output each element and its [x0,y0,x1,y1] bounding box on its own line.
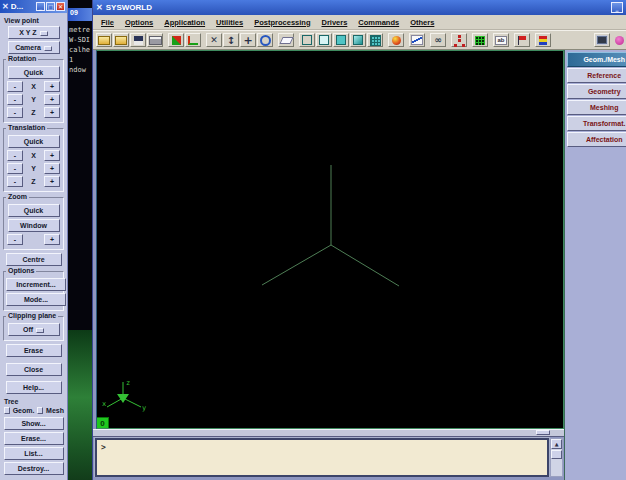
geom-checkbox[interactable] [4,407,10,414]
mesh-checkbox[interactable] [37,407,43,414]
axis-label: X [31,152,36,159]
scrollbar-thumb[interactable] [551,450,562,459]
rotate-y-plus-button[interactable]: + [44,94,60,105]
menu-application[interactable]: Application [164,18,205,27]
menu-utilities[interactable]: Utilities [216,18,243,27]
axes-tree-icon[interactable] [168,33,184,47]
tree-show-button[interactable]: Show... [4,417,64,430]
eraser-icon[interactable] [278,33,294,47]
rotation-y-row: - Y + [7,94,60,105]
zoom-out-button[interactable]: - [7,234,23,245]
pan-vertical-icon[interactable] [223,33,239,47]
mode-button[interactable]: Mode... [6,293,66,306]
translation-group: Translation Quick - X + - Y + - Z + [3,128,64,192]
local-frame-icon[interactable] [185,33,201,47]
translate-y-plus-button[interactable]: + [44,163,60,174]
menu-options[interactable]: Options [125,18,153,27]
tree-list-button[interactable]: List... [4,447,64,460]
zoom-lens-icon[interactable] [257,33,273,47]
command-row: > ▲ [93,437,564,477]
menu-indicator-icon [40,31,48,36]
translation-quick-button[interactable]: Quick [8,135,60,148]
xyz-menu-button[interactable]: X Y Z [8,26,60,39]
panel-tab-affectation[interactable]: Affectation [567,132,626,147]
rotation-quick-button[interactable]: Quick [8,66,60,79]
translate-x-plus-button[interactable]: + [44,150,60,161]
zoom-window-button[interactable]: Window [8,219,60,232]
text-label-icon[interactable] [493,33,509,47]
curve-chart-icon[interactable] [409,33,425,47]
close-window-button[interactable]: ✕ [56,2,65,11]
menu-others[interactable]: Others [410,18,434,27]
maximize-button[interactable]: □ [46,2,55,11]
panel-tab-geom-mesh[interactable]: Geom./Mesh [567,52,626,67]
tree-destroy-button[interactable]: Destroy... [4,462,64,475]
save-icon[interactable] [130,33,146,47]
palette-icon[interactable] [611,33,626,47]
pan-center-icon[interactable] [240,33,256,47]
graphics-viewport[interactable]: z x y 0 [96,50,564,429]
axis-label: Y [31,165,36,172]
scroll-up-icon[interactable]: ▲ [551,439,562,449]
help-button[interactable]: Help... [6,381,62,394]
rotate-z-plus-button[interactable]: + [44,107,60,118]
rotate-y-minus-button[interactable]: - [7,94,23,105]
hierarchy-icon[interactable] [451,33,467,47]
minimize-button[interactable]: _ [611,2,623,13]
erase-button[interactable]: Erase [6,344,62,357]
centre-button[interactable]: Centre [6,253,62,266]
zoom-quick-button[interactable]: Quick [8,204,60,217]
translate-x-minus-button[interactable]: - [7,150,23,161]
options-group: Options Increment... Mode... [3,271,64,311]
cube-wireframe-icon[interactable] [299,33,315,47]
command-scrollbar[interactable]: ▲ [550,438,563,477]
command-input[interactable]: > [95,438,549,477]
geom-checkbox-label: Geom. [13,407,35,414]
open-folder-icon[interactable] [113,33,129,47]
translate-z-minus-button[interactable]: - [7,176,23,187]
color-scale-icon[interactable] [535,33,551,47]
menu-postprocessing[interactable]: Postprocessing [254,18,310,27]
menu-file[interactable]: File [101,18,114,27]
translation-z-row: - Z + [7,176,60,187]
panel-tab-geometry[interactable]: Geometry [567,84,626,99]
display-icon[interactable] [594,33,610,47]
close-button[interactable]: Close [6,363,62,376]
cube-hidden-line-icon[interactable] [316,33,332,47]
zoom-fit-icon[interactable] [206,33,222,47]
dialog-titlebar[interactable]: ✕ D... _ □ ✕ [0,0,67,13]
cube-flat-icon[interactable] [333,33,349,47]
mesh-grid-icon[interactable] [472,33,488,47]
render-sphere-icon[interactable] [388,33,404,47]
panel-tab-reference[interactable]: Reference [567,68,626,83]
translate-z-plus-button[interactable]: + [44,176,60,187]
flag-icon[interactable] [514,33,530,47]
rotate-x-plus-button[interactable]: + [44,81,60,92]
translate-y-minus-button[interactable]: - [7,163,23,174]
menu-drivers[interactable]: Drivers [321,18,347,27]
window-title: SYSWORLD [106,3,610,12]
tree-erase-button[interactable]: Erase... [4,432,64,445]
panel-tab-meshing[interactable]: Meshing [567,100,626,115]
rotate-x-minus-button[interactable]: - [7,81,23,92]
splitter-handle-icon[interactable] [536,430,550,435]
zoom-in-button[interactable]: + [44,234,60,245]
cube-mesh-icon[interactable] [367,33,383,47]
print-icon[interactable] [147,33,163,47]
increment-button[interactable]: Increment... [6,278,66,291]
rotate-z-minus-button[interactable]: - [7,107,23,118]
clipping-plane-dropdown[interactable]: Off [8,323,60,336]
axis-label: X [31,83,36,90]
horizontal-splitter[interactable] [93,429,564,437]
glasses-icon[interactable] [430,33,446,47]
zoom-label: Zoom [6,193,29,200]
panel-tab-transformat[interactable]: Transformat. [567,116,626,131]
cube-shaded-icon[interactable] [350,33,366,47]
minimize-button[interactable]: _ [36,2,45,11]
axis-label: Z [31,178,35,185]
translation-y-row: - Y + [7,163,60,174]
menu-commands[interactable]: Commands [358,18,399,27]
open-file-icon[interactable] [96,33,112,47]
window-titlebar[interactable]: ✕ SYSWORLD _ [93,0,626,15]
camera-menu-button[interactable]: Camera [8,41,60,54]
